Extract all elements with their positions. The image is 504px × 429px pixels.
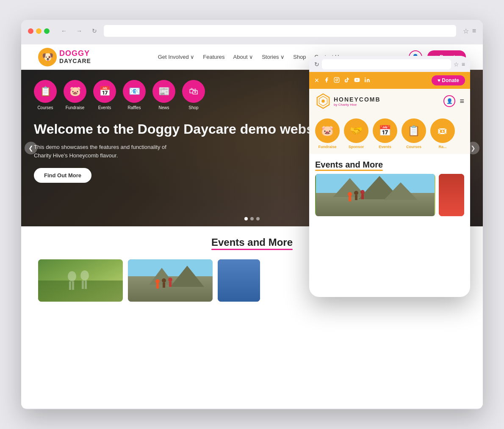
svg-point-31 (348, 192, 352, 196)
slide-dots (244, 217, 260, 220)
nav-get-involved[interactable]: Get Involved ∨ (158, 54, 195, 60)
raffles-label: Raffles (128, 105, 141, 110)
event-card-2-image (128, 259, 213, 302)
star-icon[interactable]: ☆ (463, 27, 469, 35)
mobile-fundraise-label: Fundraise (318, 145, 336, 149)
mobile-event-card-2[interactable] (439, 174, 464, 216)
slide-dot-2[interactable] (250, 217, 254, 220)
tiktok-icon[interactable] (344, 77, 350, 84)
mobile-menu-icon[interactable]: ≡ (462, 61, 465, 68)
mobile-address-bar[interactable] (322, 59, 451, 69)
event-card-1-image (38, 259, 123, 302)
mobile-sponsor-circle[interactable]: 🤝 (344, 118, 368, 143)
cat-news[interactable]: 📰 News (152, 80, 175, 110)
linkedin-icon[interactable] (364, 77, 370, 84)
shop-circle[interactable]: 🛍 (182, 80, 205, 103)
site-logo: 🐶 DOGGY DAYCARE (38, 48, 91, 66)
mobile-donate-button[interactable]: ♥ Donate (432, 75, 465, 85)
svg-rect-1 (38, 280, 123, 302)
mobile-cat-sponsor[interactable]: 🤝 Sponsor (344, 118, 368, 149)
svg-point-20 (338, 78, 338, 79)
honeycomb-logo-icon (315, 93, 331, 109)
mobile-cat-raffles[interactable]: 🎟 Ra... (430, 118, 455, 149)
forward-button[interactable]: → (73, 25, 85, 37)
svg-rect-18 (334, 77, 339, 82)
slide-dot-3[interactable] (256, 217, 260, 220)
hero-prev-arrow[interactable]: ❮ (25, 142, 37, 154)
mobile-courses-circle[interactable]: 📋 (402, 118, 426, 143)
raffles-circle[interactable]: 📧 (123, 80, 146, 103)
event-card-1[interactable] (38, 259, 123, 302)
mobile-events-section: Events and More (309, 154, 470, 222)
mobile-user-icon[interactable]: 👤 (443, 95, 455, 107)
x-social-icon[interactable]: ✕ (314, 77, 319, 84)
event-card-3[interactable] (218, 259, 260, 302)
svg-rect-34 (355, 195, 357, 200)
mobile-logo: HONEYCOMB by Charity Hive (315, 93, 381, 109)
svg-point-13 (162, 278, 166, 283)
address-bar[interactable] (104, 25, 456, 37)
fundraise-label: Fundraise (66, 105, 84, 110)
mobile-events-title: Events and More (315, 160, 383, 170)
svg-point-19 (336, 79, 338, 81)
traffic-lights (28, 28, 50, 34)
youtube-icon[interactable] (354, 77, 360, 84)
mobile-refresh-icon[interactable]: ↻ (314, 61, 319, 68)
event-card-2[interactable] (128, 259, 213, 302)
courses-circle[interactable]: 📋 (34, 80, 57, 103)
refresh-button[interactable]: ↻ (89, 25, 100, 37)
mobile-event-card-1[interactable] (315, 174, 435, 216)
svg-rect-32 (349, 196, 351, 201)
cat-raffles[interactable]: 📧 Raffles (123, 80, 146, 110)
mobile-hamburger-icon[interactable]: ≡ (460, 97, 464, 106)
menu-icon[interactable]: ≡ (472, 27, 476, 35)
find-out-more-button[interactable]: Find Out More (34, 168, 91, 183)
nav-shop[interactable]: Shop (293, 54, 306, 60)
svg-point-33 (354, 191, 358, 195)
event-card-3-image (218, 259, 260, 302)
logo-text: DOGGY DAYCARE (59, 50, 91, 64)
mobile-cat-courses[interactable]: 📋 Courses (402, 118, 426, 149)
browser-actions: ☆ ≡ (463, 27, 476, 35)
back-button[interactable]: ← (58, 25, 70, 37)
svg-rect-6 (82, 280, 84, 289)
mobile-events-circle[interactable]: 📅 (373, 118, 397, 143)
mobile-categories: 🐷 Fundraise 🤝 Sponsor 📅 Events 📋 Courses… (309, 113, 470, 154)
cat-events[interactable]: 📅 Events (93, 80, 116, 110)
mobile-logo-text-block: HONEYCOMB by Charity Hive (334, 96, 381, 107)
svg-rect-17 (218, 259, 260, 302)
mobile-fundraise-circle[interactable]: 🐷 (315, 118, 340, 143)
mobile-social-bar: ✕ ♥ Donate (309, 72, 470, 89)
mobile-events-grid (315, 174, 464, 216)
mobile-site-header: HONEYCOMB by Charity Hive 👤 ≡ (309, 89, 470, 113)
svg-rect-7 (85, 280, 87, 289)
mobile-star-icon[interactable]: ☆ (454, 61, 459, 68)
facebook-icon[interactable] (324, 77, 330, 84)
mobile-events-label: Events (379, 145, 391, 149)
maximize-button[interactable] (44, 28, 50, 34)
cat-fundraise[interactable]: 🐷 Fundraise (64, 80, 86, 110)
mobile-logo-name: HONEYCOMB (334, 96, 381, 103)
news-circle[interactable]: 📰 (152, 80, 175, 103)
instagram-icon[interactable] (334, 77, 340, 84)
slide-dot-1[interactable] (244, 217, 248, 220)
mobile-cat-events[interactable]: 📅 Events (373, 118, 397, 149)
minimize-button[interactable] (36, 28, 42, 34)
mobile-cat-fundraise[interactable]: 🐷 Fundraise (315, 118, 340, 149)
svg-rect-14 (163, 283, 165, 288)
nav-about[interactable]: About ∨ (233, 54, 254, 60)
cat-courses[interactable]: 📋 Courses (34, 80, 57, 110)
svg-rect-4 (72, 281, 74, 290)
mobile-sponsor-label: Sponsor (349, 145, 364, 149)
close-button[interactable] (28, 28, 33, 34)
cat-shop[interactable]: 🛍 Shop (182, 80, 205, 110)
events-circle[interactable]: 📅 (93, 80, 116, 103)
mobile-raffles-circle[interactable]: 🎟 (430, 118, 455, 143)
nav-features[interactable]: Features (203, 54, 224, 60)
svg-rect-37 (439, 174, 464, 216)
fundraise-circle[interactable]: 🐷 (64, 80, 86, 103)
nav-stories[interactable]: Stories ∨ (262, 54, 285, 60)
svg-rect-3 (69, 281, 71, 290)
svg-point-26 (321, 99, 325, 103)
mobile-event-2-image (439, 174, 464, 216)
